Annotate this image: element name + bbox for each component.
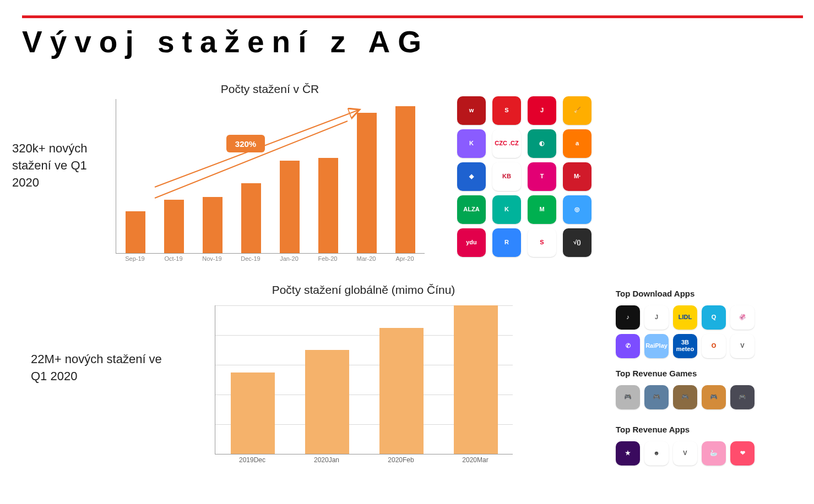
note-q1-cz: 320k+ nových stažení ve Q1 2020 <box>12 140 106 191</box>
chart1-bar <box>280 161 300 253</box>
cz-apps-grid: wSJ🧹KCZC .CZ◐a◆KBTM·ALZAKM◎yduRS√() <box>457 96 591 257</box>
app-icon: ◆ <box>457 162 486 191</box>
chart1-plot-area: 320% <box>116 99 425 254</box>
app-icon: 🦢 <box>702 441 726 465</box>
app-icon: 3B meteo <box>673 334 697 358</box>
app-icon: ❤ <box>730 441 755 465</box>
chart1-xtick: Feb-20 <box>308 255 347 262</box>
chart1-bar <box>164 200 184 253</box>
app-icon: KB <box>492 162 521 191</box>
app-icon: RaiPlay <box>644 334 669 358</box>
chart2-plot-area <box>215 305 513 454</box>
app-icon: 🎮 <box>673 385 697 409</box>
app-icon: ydu <box>457 228 486 257</box>
chart1-xtick: Nov-19 <box>193 255 231 262</box>
app-icon: 🎮 <box>616 385 640 409</box>
chart1-xtick: Sep-19 <box>116 255 154 262</box>
growth-badge: 320% <box>226 135 265 152</box>
chart1-bar <box>203 197 223 253</box>
app-icon: ♪ <box>616 305 640 330</box>
chart-global-downloads: Počty stažení globálně (mimo Čínu) 2019D… <box>209 283 518 470</box>
chart1-bar <box>357 113 377 253</box>
app-icon: 🧹 <box>563 96 591 125</box>
chart1-bar <box>126 211 145 253</box>
app-icon: V <box>673 441 697 465</box>
chart-cz-downloads: Počty stažení v ČR 320% Sep-19Oct-19Nov-… <box>110 83 430 270</box>
app-icon: w <box>457 96 486 125</box>
app-icon: K <box>492 195 521 224</box>
chart1-xtick: Oct-19 <box>154 255 193 262</box>
app-icon: S <box>492 96 521 125</box>
chart2-xtick: 2020Mar <box>438 456 513 464</box>
growth-arrow <box>116 99 425 253</box>
header-divider <box>22 15 803 18</box>
chart1-xtick: Jan-20 <box>270 255 308 262</box>
chart1-bar <box>318 158 338 253</box>
chart2-bar <box>379 328 424 454</box>
top-revenue-apps-grid: ★☻V🦢❤ <box>616 441 755 465</box>
chart1-xtick: Apr-20 <box>386 255 424 262</box>
chart2-xtick: 2019Dec <box>215 456 290 464</box>
note-q1-global: 22M+ nových stažení ve Q1 2020 <box>31 351 174 385</box>
app-icon: ☻ <box>644 441 669 465</box>
chart2-title: Počty stažení globálně (mimo Čínu) <box>209 283 518 297</box>
app-icon: J <box>528 96 556 125</box>
chart1-title: Počty stažení v ČR <box>110 83 430 96</box>
app-icon: 🎮 <box>730 385 755 409</box>
label-top-revenue-apps: Top Revenue Apps <box>616 425 690 434</box>
chart1-xtick: Mar-20 <box>347 255 386 262</box>
chart2-xtick: 2020Jan <box>290 456 364 464</box>
page-title: Vývoj stažení z AG <box>22 24 429 59</box>
app-icon: 🎮 <box>644 385 669 409</box>
app-icon: V <box>730 334 755 358</box>
app-icon: S <box>528 228 556 257</box>
chart2-bar <box>305 350 349 454</box>
chart2-xtick: 2020Feb <box>364 456 438 464</box>
app-icon: a <box>563 129 591 158</box>
app-icon: M <box>528 195 556 224</box>
app-icon: ✆ <box>616 334 640 358</box>
app-icon: ALZA <box>457 195 486 224</box>
chart2-bar <box>454 305 498 454</box>
app-icon: K <box>457 129 486 158</box>
app-icon: 🎮 <box>702 385 726 409</box>
app-icon: J <box>644 305 669 330</box>
chart2-bar <box>231 372 275 454</box>
app-icon: M· <box>563 162 591 191</box>
app-icon: Q <box>702 305 726 330</box>
app-icon: 🦑 <box>730 305 755 330</box>
app-icon: ◐ <box>528 129 556 158</box>
app-icon: CZC .CZ <box>492 129 521 158</box>
app-icon: LIDL <box>673 305 697 330</box>
chart1-bar <box>395 106 415 253</box>
app-icon: T <box>528 162 556 191</box>
chart1-xtick: Dec-19 <box>231 255 270 262</box>
app-icon: R <box>492 228 521 257</box>
label-top-download-apps: Top Download Apps <box>616 289 694 298</box>
app-icon: O <box>702 334 726 358</box>
app-icon: ★ <box>616 441 640 465</box>
chart1-bar <box>241 183 261 253</box>
label-top-revenue-games: Top Revenue Games <box>616 369 697 378</box>
app-icon: ◎ <box>563 195 591 224</box>
top-download-apps-grid: ♪JLIDLQ🦑✆RaiPlay3B meteoOV <box>616 305 755 358</box>
top-revenue-games-grid: 🎮🎮🎮🎮🎮 <box>616 385 755 409</box>
app-icon: √() <box>563 228 591 257</box>
